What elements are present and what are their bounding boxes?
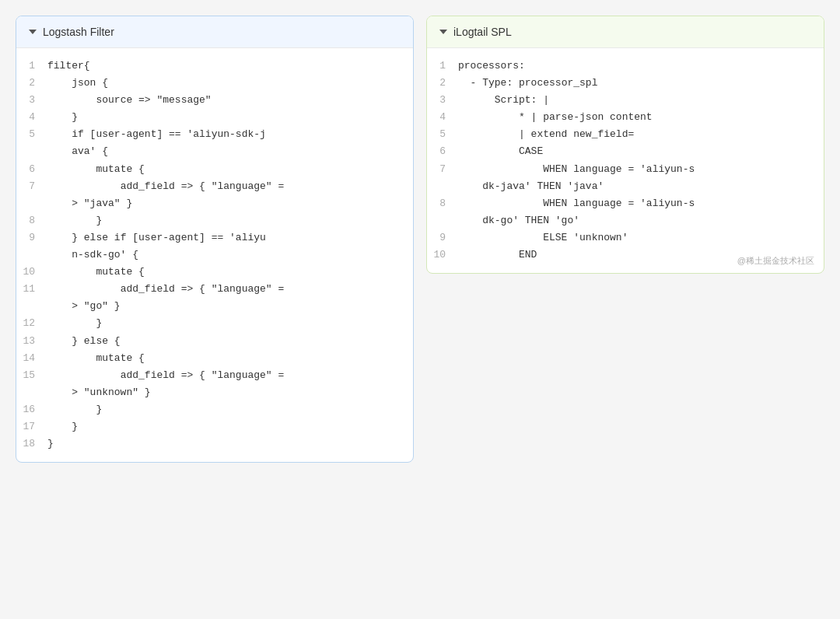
table-row: 14 mutate { — [16, 350, 413, 367]
ilogtail-spl-panel: iLogtail SPL 1 processors: 2 - Type: pro… — [426, 16, 824, 274]
table-row: 4 * | parse-json content — [427, 109, 824, 126]
table-row: 7 WHEN language = 'aliyun-s dk-java' THE… — [427, 161, 824, 195]
table-row: 12 } — [16, 315, 413, 332]
table-row: 3 source => "message" — [16, 92, 413, 109]
table-row: 9 ELSE 'unknown' — [427, 229, 824, 247]
table-row: 2 json { — [16, 75, 413, 92]
table-row: 10 mutate { — [16, 264, 413, 281]
table-row: 5 | extend new_field= — [427, 126, 824, 143]
table-row: 1 filter{ — [16, 58, 413, 75]
left-panel-header: Logstash Filter — [16, 16, 413, 48]
watermark: @稀土掘金技术社区 — [737, 255, 814, 267]
table-row: 11 add_field => { "language" = > "go" } — [16, 281, 413, 315]
table-row: 4 } — [16, 109, 413, 126]
left-code-block: 1 filter{ 2 json { 3 source => "message"… — [16, 48, 413, 462]
table-row: 6 CASE — [427, 143, 824, 160]
table-row: 17 } — [16, 418, 413, 435]
table-row: 6 mutate { — [16, 161, 413, 178]
logstash-filter-panel: Logstash Filter 1 filter{ 2 json { 3 sou… — [16, 16, 414, 463]
table-row: 13 } else { — [16, 333, 413, 350]
right-panel-header: iLogtail SPL — [427, 16, 824, 48]
table-row: 15 add_field => { "language" = > "unknow… — [16, 367, 413, 401]
main-container: Logstash Filter 1 filter{ 2 json { 3 sou… — [0, 0, 840, 619]
table-row: 5 if [user-agent] == 'aliyun-sdk-j ava' … — [16, 126, 413, 160]
table-row: 8 } — [16, 212, 413, 229]
table-row: 2 - Type: processor_spl — [427, 75, 824, 92]
table-row: 18 } — [16, 435, 413, 453]
left-chevron-icon[interactable] — [29, 30, 37, 34]
left-panel-title: Logstash Filter — [43, 26, 114, 38]
right-code-block: 1 processors: 2 - Type: processor_spl 3 … — [427, 48, 824, 273]
table-row: 7 add_field => { "language" = > "java" } — [16, 178, 413, 212]
table-row: 3 Script: | — [427, 92, 824, 109]
table-row: 9 } else if [user-agent] == 'aliyu n-sdk… — [16, 229, 413, 264]
table-row: 1 processors: — [427, 58, 824, 75]
right-panel-title: iLogtail SPL — [453, 26, 512, 38]
table-row: 16 } — [16, 401, 413, 418]
table-row: 8 WHEN language = 'aliyun-s dk-go' THEN … — [427, 195, 824, 229]
right-chevron-icon[interactable] — [439, 30, 447, 34]
